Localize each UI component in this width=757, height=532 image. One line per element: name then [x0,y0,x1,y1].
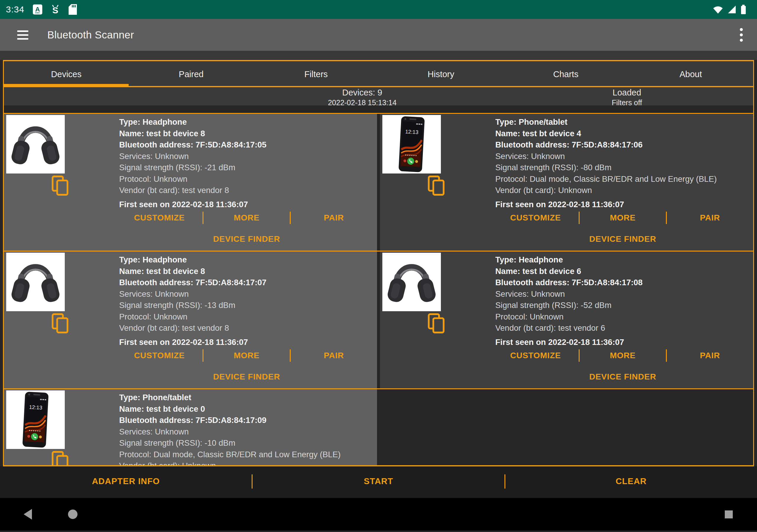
tab-about[interactable]: About [628,61,753,87]
pair-button[interactable]: PAIR [667,351,753,360]
device-image [382,115,441,173]
device-image [6,115,65,173]
device-row: Type: Phone/tablet Name: test bt device … [4,388,753,465]
device-image [382,253,441,311]
copy-icon[interactable] [427,175,446,196]
tab-history[interactable]: History [378,61,503,87]
status-bar: 3:34 A S [0,0,757,19]
device-protocol-line: Protocol: Unknown [119,311,374,323]
pair-button[interactable]: PAIR [667,213,753,222]
android-nav-bar [0,498,757,531]
card-actions: CUSTOMIZE MORE PAIR [116,349,377,362]
device-rssi-line: Signal strength (RSSI): -52 dBm [495,300,750,311]
device-rssi-line: Signal strength (RSSI): -21 dBm [119,162,374,173]
customize-button[interactable]: CUSTOMIZE [492,351,579,360]
wifi-icon [712,5,723,14]
card-actions: CUSTOMIZE MORE PAIR [492,211,753,224]
svg-text:A: A [35,6,40,13]
device-finder-button[interactable]: DEVICE FINDER [116,372,377,382]
device-vendor-line: Vendor (bt card): test vendor 6 [495,322,750,334]
tab-charts[interactable]: Charts [503,61,628,87]
load-state: Loaded [500,88,753,98]
nav-back-icon[interactable] [24,509,32,519]
device-card: Type: Phone/tablet Name: test bt device … [380,114,753,251]
device-address-line: Bluetooth address: 7F:5D:A8:84:17:06 [495,139,750,151]
overflow-menu-icon[interactable] [740,28,743,42]
device-protocol-line: Protocol: Dual mode, Classic BR/EDR and … [119,449,374,460]
copy-icon[interactable] [51,313,70,334]
device-address-line: Bluetooth address: 7F:5D:A8:84:17:05 [119,139,374,151]
device-address-line: Bluetooth address: 7F:5D:A8:84:17:08 [495,277,750,288]
device-finder-button[interactable]: DEVICE FINDER [116,234,377,244]
customize-button[interactable]: CUSTOMIZE [116,351,202,360]
device-vendor-line: Vendor (bt card): Unknown [495,185,750,196]
device-protocol-line: Protocol: Dual mode, Classic BR/EDR and … [495,173,750,185]
device-protocol-line: Protocol: Unknown [495,311,750,323]
app-status-icon: S [50,4,60,15]
device-row: Type: Headphone Name: test bt device 8 B… [4,251,753,388]
device-type-line: Type: Phone/tablet [119,392,374,403]
device-services-line: Services: Unknown [119,288,374,300]
keyboard-notification-icon: A [33,4,43,15]
customize-button[interactable]: CUSTOMIZE [492,213,579,222]
menu-hamburger-icon[interactable] [17,28,28,42]
pager: Devices Paired Filters History Charts Ab… [3,60,754,466]
more-button[interactable]: MORE [203,351,290,360]
device-services-line: Services: Unknown [495,151,750,162]
device-first-seen-line: First seen on 2022-02-18 11:36:07 [119,337,374,348]
device-card: Type: Headphone Name: test bt device 6 B… [380,251,753,388]
sd-card-icon [68,4,77,15]
nav-recents-icon[interactable] [725,511,733,518]
tab-paired[interactable]: Paired [129,61,254,87]
device-card: Type: Headphone Name: test bt device 8 B… [4,114,377,251]
customize-button[interactable]: CUSTOMIZE [116,213,202,222]
more-button[interactable]: MORE [580,351,666,360]
cell-signal-icon [727,5,736,14]
empty-grid-cell [380,389,753,465]
scan-status-row: Devices: 9 2022-02-18 15:13:14 Loaded Fi… [4,87,753,105]
tab-filters[interactable]: Filters [254,61,378,87]
device-services-line: Services: Unknown [495,288,750,300]
copy-icon[interactable] [51,175,70,196]
device-row: Type: Headphone Name: test bt device 8 B… [4,113,753,251]
device-type-line: Type: Headphone [495,254,750,266]
device-name-line: Name: test bt device 8 [119,266,374,277]
app-bar: Bluetooth Scanner [0,19,757,51]
device-first-seen-line: First seen on 2022-02-18 11:36:07 [495,199,750,210]
more-button[interactable]: MORE [580,213,666,222]
device-vendor-line: Vendor (bt card): Unknown [119,460,374,465]
device-finder-button[interactable]: DEVICE FINDER [492,372,753,382]
filter-state: Filters off [500,99,753,107]
device-protocol-line: Protocol: Unknown [119,173,374,185]
device-type-line: Type: Headphone [119,254,374,266]
device-address-line: Bluetooth address: 7F:5D:A8:84:17:07 [119,277,374,288]
android-screen: 3:34 A S [0,0,757,532]
clear-button[interactable]: CLEAR [505,476,757,488]
pair-button[interactable]: PAIR [291,351,377,360]
device-type-line: Type: Headphone [119,116,374,128]
device-grid: Type: Headphone Name: test bt device 8 B… [4,113,753,465]
copy-icon[interactable] [427,313,446,334]
tab-bar: Devices Paired Filters History Charts Ab… [4,61,753,87]
device-name-line: Name: test bt device 6 [495,266,750,277]
device-rssi-line: Signal strength (RSSI): -80 dBm [495,162,750,173]
device-first-seen-line: First seen on 2022-02-18 11:36:07 [119,199,374,210]
more-button[interactable]: MORE [203,213,290,222]
device-vendor-line: Vendor (bt card): test vendor 8 [119,185,374,196]
tab-devices[interactable]: Devices [4,61,129,87]
card-actions: CUSTOMIZE MORE PAIR [116,211,377,224]
copy-icon[interactable] [51,451,70,465]
device-rssi-line: Signal strength (RSSI): -13 dBm [119,300,374,311]
bottom-action-bar: ADAPTER INFO START CLEAR [0,466,757,498]
nav-home-icon[interactable] [68,510,77,519]
svg-text:S: S [52,5,58,15]
pair-button[interactable]: PAIR [291,213,377,222]
adapter-info-button[interactable]: ADAPTER INFO [0,476,252,488]
page-title: Bluetooth Scanner [47,29,134,41]
start-button[interactable]: START [253,476,504,488]
device-type-line: Type: Phone/tablet [495,116,750,128]
device-name-line: Name: test bt device 4 [495,128,750,139]
device-image [6,253,65,311]
device-finder-button[interactable]: DEVICE FINDER [492,234,753,244]
device-card: Type: Headphone Name: test bt device 8 B… [4,251,377,388]
